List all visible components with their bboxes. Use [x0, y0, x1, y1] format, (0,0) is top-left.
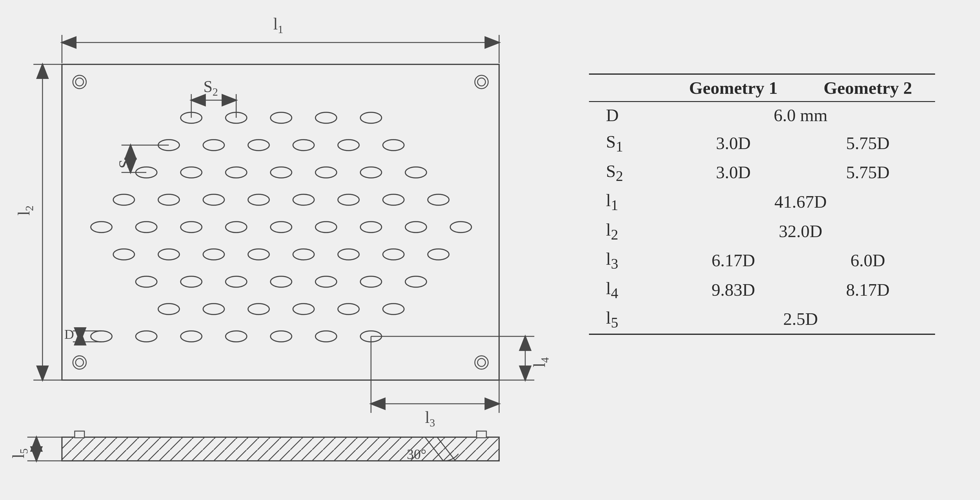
- table-header-row: Geometry 1 Geometry 2: [589, 74, 935, 102]
- label-d: D: [64, 326, 74, 342]
- label-l1: l1: [273, 14, 283, 36]
- value-s2-g2: 5.75D: [800, 158, 935, 187]
- dimensions: [0, 0, 546, 500]
- label-l3: l3: [425, 408, 435, 429]
- table-row: l2 32.0D: [589, 217, 935, 246]
- value-l3-g2: 6.0D: [800, 245, 935, 275]
- label-l4: l4: [530, 357, 551, 367]
- parameter-table: Geometry 1 Geometry 2 D 6.0 mm S1 3.0D 5…: [589, 73, 935, 335]
- param-d: D: [589, 102, 666, 129]
- param-s1: S1: [589, 128, 666, 158]
- table-row: l3 6.17D 6.0D: [589, 245, 935, 275]
- param-s2: S2: [589, 158, 666, 187]
- param-l1: l1: [589, 187, 666, 217]
- value-d: 6.0 mm: [666, 102, 935, 129]
- param-l5: l5: [589, 304, 666, 334]
- param-l3: l3: [589, 245, 666, 275]
- page: l1 l2 S2 S1 D l3 l4 l5 30° Geometry 1 Ge…: [0, 0, 980, 500]
- header-blank: [589, 74, 666, 102]
- value-l2: 32.0D: [666, 217, 935, 246]
- param-l4: l4: [589, 275, 666, 304]
- table-row: l5 2.5D: [589, 304, 935, 334]
- label-l2: l2: [14, 205, 36, 215]
- label-s1: S1: [115, 154, 137, 169]
- value-l4-g1: 9.83D: [666, 275, 800, 304]
- label-s2: S2: [204, 77, 218, 98]
- table-row: l1 41.67D: [589, 187, 935, 217]
- header-geometry1: Geometry 1: [666, 74, 800, 102]
- table-row: D 6.0 mm: [589, 102, 935, 129]
- value-l1: 41.67D: [666, 187, 935, 217]
- value-s2-g1: 3.0D: [666, 158, 800, 187]
- header-geometry2: Geometry 2: [800, 74, 935, 102]
- value-l3-g1: 6.17D: [666, 245, 800, 275]
- table-row: S1 3.0D 5.75D: [589, 128, 935, 158]
- table-row: S2 3.0D 5.75D: [589, 158, 935, 187]
- table-row: l4 9.83D 8.17D: [589, 275, 935, 304]
- label-l5: l5: [9, 448, 30, 459]
- value-s1-g2: 5.75D: [800, 128, 935, 158]
- label-angle: 30°: [407, 446, 426, 462]
- value-l4-g2: 8.17D: [800, 275, 935, 304]
- param-l2: l2: [589, 217, 666, 246]
- value-s1-g1: 3.0D: [666, 128, 800, 158]
- value-l5: 2.5D: [666, 304, 935, 334]
